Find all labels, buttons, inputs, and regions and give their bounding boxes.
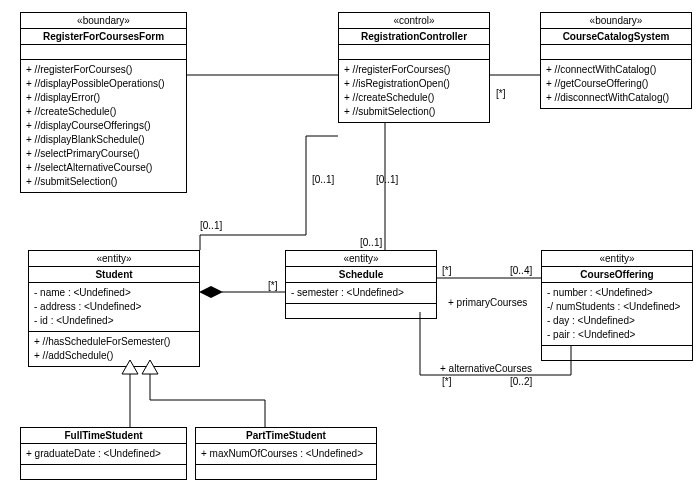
class-registration-controller: «control» RegistrationController + //reg… [338,12,490,123]
op: + //getCourseOffering() [546,77,686,91]
attributes: - name : <Undefined> - address : <Undefi… [29,283,199,332]
role-label: + alternativeCourses [440,363,532,374]
mult-label: [0..1] [312,174,334,185]
op: + //submitSelection() [26,175,181,189]
attributes [541,45,691,60]
stereotype: «control» [339,13,489,29]
op: + //isRegistrationOpen() [344,77,484,91]
stereotype: «entity» [286,251,436,267]
stereotype: «boundary» [541,13,691,29]
operations: + //hasScheduleForSemester() + //addSche… [29,332,199,366]
op: + //connectWithCatalog() [546,63,686,77]
class-name: RegistrationController [339,29,489,45]
class-student: «entity» Student - name : <Undefined> - … [28,250,200,367]
class-name: Schedule [286,267,436,283]
op: + //registerForCourses() [26,63,181,77]
class-course-offering: «entity» CourseOffering - number : <Unde… [541,250,693,361]
class-name: FullTimeStudent [21,428,186,444]
class-course-catalog-system: «boundary» CourseCatalogSystem + //conne… [540,12,692,109]
mult-label: [*] [442,376,451,387]
attr: - semester : <Undefined> [291,286,431,300]
op: + //displayCourseOfferings() [26,119,181,133]
attributes: - number : <Undefined> -/ numStudents : … [542,283,692,346]
op: + //selectPrimaryCourse() [26,147,181,161]
class-name: PartTimeStudent [196,428,376,444]
mult-label: [0..1] [360,237,382,248]
op: + //hasScheduleForSemester() [34,335,194,349]
operations: + //registerForCourses() + //displayPoss… [21,60,186,192]
mult-label: [*] [268,280,277,291]
op: + //createSchedule() [344,91,484,105]
op: + //disconnectWithCatalog() [546,91,686,105]
attributes [21,45,186,60]
attributes: + maxNumOfCourses : <Undefined> [196,444,376,465]
attr: - name : <Undefined> [34,286,194,300]
op: + //registerForCourses() [344,63,484,77]
mult-label: [0..1] [376,174,398,185]
op: + //createSchedule() [26,105,181,119]
mult-label: [*] [496,88,505,99]
stereotype: «boundary» [21,13,186,29]
attributes: - semester : <Undefined> [286,283,436,304]
attr: - address : <Undefined> [34,300,194,314]
class-name: CourseCatalogSystem [541,29,691,45]
op: + //displayError() [26,91,181,105]
attr: -/ numStudents : <Undefined> [547,300,687,314]
class-full-time-student: FullTimeStudent + graduateDate : <Undefi… [20,427,187,480]
operations: + //connectWithCatalog() + //getCourseOf… [541,60,691,108]
operations [21,465,186,479]
op: + //displayBlankSchedule() [26,133,181,147]
op: + //submitSelection() [344,105,484,119]
op: + //addSchedule() [34,349,194,363]
class-name: CourseOffering [542,267,692,283]
class-register-for-courses-form: «boundary» RegisterForCoursesForm + //re… [20,12,187,193]
mult-label: [*] [442,265,451,276]
mult-label: [0..4] [510,265,532,276]
operations [286,304,436,318]
class-name: RegisterForCoursesForm [21,29,186,45]
stereotype: «entity» [542,251,692,267]
mult-label: [0..2] [510,376,532,387]
attr: - pair : <Undefined> [547,328,687,342]
attr: + maxNumOfCourses : <Undefined> [201,447,371,461]
stereotype: «entity» [29,251,199,267]
svg-marker-4 [199,286,223,298]
op: + //selectAlternativeCourse() [26,161,181,175]
mult-label: [0..1] [200,220,222,231]
operations [196,465,376,479]
attributes [339,45,489,60]
operations [542,346,692,360]
attributes: + graduateDate : <Undefined> [21,444,186,465]
attr: + graduateDate : <Undefined> [26,447,181,461]
role-label: + primaryCourses [448,297,527,308]
operations: + //registerForCourses() + //isRegistrat… [339,60,489,122]
class-part-time-student: PartTimeStudent + maxNumOfCourses : <Und… [195,427,377,480]
op: + //displayPossibleOperations() [26,77,181,91]
attr: - number : <Undefined> [547,286,687,300]
class-schedule: «entity» Schedule - semester : <Undefine… [285,250,437,319]
attr: - day : <Undefined> [547,314,687,328]
attr: - id : <Undefined> [34,314,194,328]
class-name: Student [29,267,199,283]
